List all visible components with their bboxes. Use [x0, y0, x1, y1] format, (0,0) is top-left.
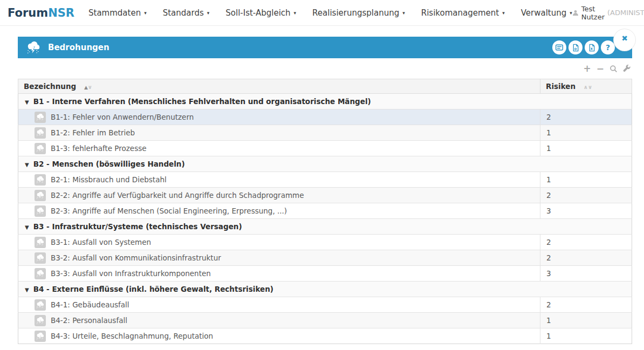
nav-menu-stammdaten[interactable]: Stammdaten▾: [88, 8, 147, 18]
group-row[interactable]: ▼B4 - Externe Einflüsse (inkl. höhere Ge…: [18, 282, 632, 297]
group-row[interactable]: ▼B1 - Interne Verfahren (Menschliches Fe…: [18, 94, 632, 109]
threat-storm-icon: [35, 315, 46, 326]
user-icon: [572, 10, 579, 16]
add-icon[interactable]: +: [584, 64, 591, 73]
threat-storm-icon: [35, 268, 46, 279]
threat-label: B1-3: fehlerhafte Prozesse: [51, 144, 147, 153]
threats-table: Bezeichnung ▲∨ Risiken ∧∨ ▼B1 - Interne …: [18, 79, 632, 344]
threat-storm-icon: [35, 237, 46, 248]
column-label: Risiken: [546, 82, 576, 91]
bedrohungen-panel: Bedrohungen: [18, 37, 632, 344]
group-label: B3 - Infrastruktur/Systeme (technisches …: [33, 222, 242, 231]
threat-storm-icon: [35, 331, 46, 342]
threat-row[interactable]: B1-2: Fehler im Betrieb1: [18, 125, 632, 141]
nav-menu-standards[interactable]: Standards▾: [163, 8, 210, 18]
threat-row[interactable]: B3-1: Ausfall von Systemen2: [18, 235, 632, 250]
threat-storm-icon: [35, 299, 46, 311]
nav-menu-realisierungsplanung[interactable]: Realisierungsplanung▾: [312, 8, 405, 18]
sort-indicator: ▲∨: [84, 82, 92, 91]
threat-row[interactable]: B3-3: Ausfall von Infrastrukturkomponent…: [18, 266, 632, 282]
nav-menu-label: Risikomanagement: [421, 8, 499, 18]
threat-storm-icon: [35, 190, 46, 201]
threat-label: B4-2: Personalausfall: [51, 316, 127, 325]
threat-label: B1-2: Fehler im Betrieb: [51, 128, 135, 137]
help-icon[interactable]: ?: [601, 40, 615, 54]
column-header-bezeichnung[interactable]: Bezeichnung ▲∨: [18, 79, 540, 94]
risk-count: 2: [540, 297, 632, 313]
nav-menu-label: Verwaltung: [521, 8, 567, 18]
risk-count: 2: [540, 250, 632, 266]
risk-count: 3: [540, 266, 632, 282]
list-card-icon[interactable]: [552, 40, 566, 54]
excel-export-icon[interactable]: [585, 40, 599, 54]
search-icon[interactable]: [609, 65, 618, 73]
threat-storm-icon: [35, 252, 46, 264]
sort-indicator: ∧∨: [584, 82, 592, 91]
group-row[interactable]: ▼B3 - Infrastruktur/Systeme (technisches…: [18, 219, 632, 235]
collapse-caret-icon[interactable]: ▼: [25, 162, 29, 168]
group-row[interactable]: ▼B2 - Menschen (böswilliges Handeln): [18, 156, 632, 172]
user-name: Test Nutzer: [581, 5, 605, 21]
threat-row[interactable]: B1-1: Fehler von Anwendern/Benutzern2: [18, 109, 632, 125]
threat-storm-icon: [35, 112, 46, 123]
risk-count: 1: [540, 328, 632, 344]
column-header-risiken[interactable]: Risiken ∧∨: [540, 79, 632, 94]
chevron-down-icon: ▾: [402, 10, 405, 16]
threat-label: B2-1: Missbrauch und Diebstahl: [51, 175, 167, 184]
panel-header: Bedrohungen: [18, 37, 632, 58]
pdf-export-icon[interactable]: [568, 40, 583, 54]
threat-row[interactable]: B2-2: Angriffe auf Verfügbarkeit und Ang…: [18, 188, 632, 203]
threat-label: B1-1: Fehler von Anwendern/Benutzern: [51, 113, 194, 121]
logo-part-forum: Forum: [8, 6, 48, 19]
risk-count: 1: [540, 125, 632, 141]
risk-count: 3: [540, 203, 632, 219]
nav-menu-label: Stammdaten: [88, 8, 141, 18]
wrench-icon[interactable]: [623, 65, 631, 73]
risk-count: 1: [540, 141, 632, 156]
group-label: B1 - Interne Verfahren (Menschliches Feh…: [33, 97, 371, 106]
threat-row[interactable]: B3-2: Ausfall von Kommunikationsinfrastr…: [18, 250, 632, 266]
threat-row[interactable]: B2-1: Missbrauch und Diebstahl1: [18, 172, 632, 188]
threat-label: B3-2: Ausfall von Kommunikationsinfrastr…: [51, 253, 221, 262]
chevron-down-icon: ▾: [207, 10, 210, 16]
remove-icon[interactable]: −: [597, 64, 604, 73]
user-role: (ADMINISTRATOR): [607, 9, 644, 17]
threat-label: B2-2: Angriffe auf Verfügbarkeit und Ang…: [51, 191, 304, 200]
threat-storm-icon: [35, 205, 46, 217]
collapse-caret-icon[interactable]: ▼: [25, 287, 29, 293]
threat-row[interactable]: B4-2: Personalausfall1: [18, 313, 632, 328]
chevron-down-icon: ▾: [144, 10, 147, 16]
risk-count: 2: [540, 188, 632, 203]
close-glyph: ✖: [621, 35, 628, 42]
logo-part-nsr: NSR: [48, 6, 74, 19]
threat-table-body: ▼B1 - Interne Verfahren (Menschliches Fe…: [18, 94, 632, 344]
threat-label: B3-3: Ausfall von Infrastrukturkomponent…: [51, 269, 211, 278]
app-logo[interactable]: ForumNSR: [8, 6, 74, 19]
panel-header-actions: ?: [552, 40, 615, 54]
group-label: B2 - Menschen (böswilliges Handeln): [33, 160, 185, 168]
threat-row[interactable]: B4-1: Gebäudeausfall2: [18, 297, 632, 313]
nav-menu-label: Soll-Ist-Abgleich: [225, 8, 290, 18]
main-menu: Stammdaten▾ Standards▾ Soll-Ist-Abgleich…: [88, 8, 572, 18]
collapse-caret-icon[interactable]: ▼: [25, 224, 29, 230]
threat-label: B4-1: Gebäudeausfall: [51, 300, 129, 309]
threat-row[interactable]: B4-3: Urteile, Beschlagnahmung, Reputati…: [18, 328, 632, 344]
table-toolbar: + −: [18, 58, 632, 79]
collapse-caret-icon[interactable]: ▼: [25, 99, 29, 105]
threat-row[interactable]: B1-3: fehlerhafte Prozesse1: [18, 141, 632, 156]
threat-label: B2-3: Angriffe auf Menschen (Social Engi…: [51, 207, 287, 215]
nav-menu-label: Standards: [163, 8, 204, 18]
nav-menu-risikomanagement[interactable]: Risikomanagement▾: [421, 8, 505, 18]
chevron-down-icon: ▾: [502, 10, 505, 16]
threat-storm-icon: [35, 174, 46, 186]
nav-menu-verwaltung[interactable]: Verwaltung▾: [521, 8, 572, 18]
user-menu[interactable]: Test Nutzer (ADMINISTRATOR) ▾: [572, 5, 644, 21]
group-label: B4 - Externe Einflüsse (inkl. höhere Gew…: [33, 285, 273, 293]
nav-menu-label: Realisierungsplanung: [312, 8, 399, 18]
column-label: Bezeichnung: [24, 82, 76, 91]
threat-row[interactable]: B2-3: Angriffe auf Menschen (Social Engi…: [18, 203, 632, 219]
threat-label: B4-3: Urteile, Beschlagnahmung, Reputati…: [51, 332, 213, 340]
nav-menu-soll-ist-abgleich[interactable]: Soll-Ist-Abgleich▾: [225, 8, 296, 18]
close-icon[interactable]: ✖: [614, 29, 635, 51]
page-title: Bedrohungen: [48, 43, 109, 52]
